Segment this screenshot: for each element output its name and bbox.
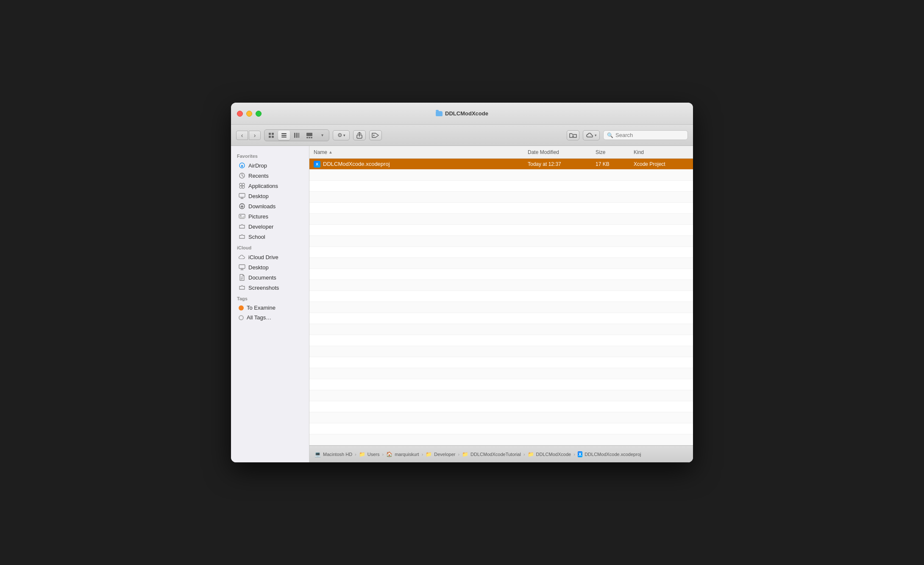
sidebar-item-downloads[interactable]: Downloads xyxy=(233,201,307,211)
svg-rect-13 xyxy=(311,137,312,138)
back-button[interactable]: ‹ xyxy=(236,131,248,140)
desktop-icon xyxy=(239,193,245,199)
empty-row xyxy=(309,357,693,368)
view-icon-grid[interactable] xyxy=(265,131,277,140)
action-chevron-icon: ▾ xyxy=(343,133,345,137)
sidebar-item-documents[interactable]: Documents xyxy=(233,272,307,282)
sidebar-item-all-tags[interactable]: All Tags… xyxy=(233,313,307,322)
empty-row xyxy=(309,269,693,280)
folder-icon: 📁 xyxy=(359,451,365,457)
empty-row xyxy=(309,225,693,236)
tag-button[interactable] xyxy=(369,130,382,140)
action-button[interactable]: ⚙ ▾ xyxy=(333,130,350,140)
applications-label: Applications xyxy=(248,183,278,189)
file-list: X DDLCModXcode.xcodeproj Today at 12:37 … xyxy=(309,159,693,445)
sidebar-item-recents[interactable]: Recents xyxy=(233,171,307,181)
view-more[interactable]: ▾ xyxy=(316,131,328,140)
sidebar-item-applications[interactable]: Applications xyxy=(233,181,307,191)
title-folder-icon xyxy=(436,111,443,116)
icloud-desktop-label: Desktop xyxy=(248,264,269,271)
minimize-button[interactable] xyxy=(246,111,252,117)
cloud-button[interactable]: ▾ xyxy=(583,130,600,140)
svg-rect-4 xyxy=(281,133,287,134)
empty-row xyxy=(309,291,693,302)
view-gallery[interactable] xyxy=(303,131,315,140)
svg-rect-3 xyxy=(272,136,274,138)
breadcrumb-ddlc-mod[interactable]: 📁 DDLCModXcode xyxy=(528,451,571,457)
empty-row xyxy=(309,423,693,434)
icloud-drive-label: iCloud Drive xyxy=(248,254,278,260)
col-header-date[interactable]: Date Modified xyxy=(528,149,596,155)
breadcrumb-developer[interactable]: 📁 Developer xyxy=(426,451,455,457)
desktop-label: Desktop xyxy=(248,193,269,199)
breadcrumb-marquiskurt[interactable]: 🏠 marquiskurt xyxy=(386,451,419,457)
search-bar[interactable]: 🔍 xyxy=(603,130,688,140)
documents-label: Documents xyxy=(248,274,276,281)
xcode-icon: X xyxy=(578,451,582,457)
empty-row xyxy=(309,258,693,269)
folder-icon: 📁 xyxy=(426,451,432,457)
favorites-header: Favorites xyxy=(231,150,309,160)
empty-row xyxy=(309,280,693,291)
empty-row xyxy=(309,214,693,225)
breadcrumb-sep-2: › xyxy=(382,452,384,457)
sidebar-item-developer[interactable]: Developer xyxy=(233,221,307,232)
breadcrumb-macintosh-hd[interactable]: 💻 Macintosh HD xyxy=(314,451,352,457)
file-area: Name ▲ Date Modified Size Kind X xyxy=(309,146,693,462)
sidebar-item-icloud-desktop[interactable]: Desktop xyxy=(233,262,307,272)
sidebar-item-school[interactable]: School xyxy=(233,232,307,242)
home-icon: 🏠 xyxy=(386,451,392,457)
empty-row xyxy=(309,379,693,390)
sidebar-item-screenshots[interactable]: Screenshots xyxy=(233,282,307,293)
status-bar: 💻 Macintosh HD › 📁 Users › 🏠 marquiskurt… xyxy=(309,445,693,462)
svg-rect-9 xyxy=(298,133,299,138)
breadcrumb-ddlc-tutorial[interactable]: 📁 DDLCModXcodeTutorial xyxy=(462,451,521,457)
sidebar-item-to-examine[interactable]: To Examine xyxy=(233,303,307,313)
airdrop-icon xyxy=(239,162,245,169)
empty-row xyxy=(309,313,693,324)
col-header-name[interactable]: Name ▲ xyxy=(314,149,528,155)
maximize-button[interactable] xyxy=(256,111,262,117)
breadcrumb-label: marquiskurt xyxy=(395,452,419,457)
empty-row xyxy=(309,236,693,247)
new-folder-button[interactable] xyxy=(567,130,579,140)
share-button[interactable] xyxy=(353,130,366,140)
view-list[interactable] xyxy=(278,131,290,140)
col-date-label: Date Modified xyxy=(528,149,559,155)
close-button[interactable] xyxy=(237,111,243,117)
sidebar-item-icloud-drive[interactable]: iCloud Drive xyxy=(233,252,307,262)
search-input[interactable] xyxy=(615,132,684,138)
empty-row xyxy=(309,390,693,401)
file-date-cell: Today at 12:37 xyxy=(528,161,596,167)
sidebar-item-desktop[interactable]: Desktop xyxy=(233,191,307,201)
column-headers: Name ▲ Date Modified Size Kind xyxy=(309,146,693,159)
empty-row xyxy=(309,368,693,379)
breadcrumb-xcodeproj[interactable]: X DDLCModXcode.xcodeproj xyxy=(578,451,641,457)
gear-icon: ⚙ xyxy=(337,132,342,138)
airdrop-label: AirDrop xyxy=(248,162,267,169)
file-name-cell: X DDLCModXcode.xcodeproj xyxy=(314,161,528,168)
col-header-kind[interactable]: Kind xyxy=(634,149,689,155)
forward-button[interactable]: › xyxy=(249,131,261,140)
view-column[interactable] xyxy=(291,131,303,140)
folder-icon: 📁 xyxy=(528,451,534,457)
breadcrumb-users[interactable]: 📁 Users xyxy=(359,451,380,457)
breadcrumb-label: DDLCModXcodeTutorial xyxy=(470,452,521,457)
sidebar-item-pictures[interactable]: Pictures xyxy=(233,211,307,221)
view-buttons: ▾ xyxy=(264,129,329,141)
svg-point-24 xyxy=(242,186,245,188)
breadcrumb-sep-6: › xyxy=(573,452,575,457)
to-examine-dot xyxy=(239,305,244,310)
svg-point-15 xyxy=(373,134,375,136)
breadcrumb-label: DDLCModXcode.xcodeproj xyxy=(584,452,641,457)
window-title-text: DDLCModXcode xyxy=(445,110,488,117)
table-row[interactable]: X DDLCModXcode.xcodeproj Today at 12:37 … xyxy=(309,159,693,170)
sidebar-item-airdrop[interactable]: AirDrop xyxy=(233,160,307,171)
empty-row xyxy=(309,203,693,214)
developer-label: Developer xyxy=(248,224,273,230)
cloud-chevron-icon: ▾ xyxy=(595,133,597,137)
recents-icon xyxy=(239,172,245,179)
empty-row xyxy=(309,434,693,445)
all-tags-dot xyxy=(239,315,244,320)
col-header-size[interactable]: Size xyxy=(596,149,634,155)
